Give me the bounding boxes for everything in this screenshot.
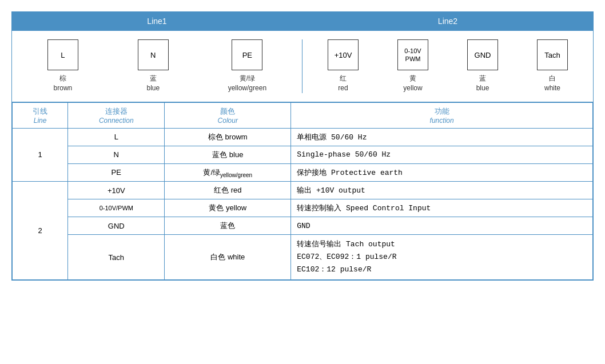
connector-label-GND: 蓝blue xyxy=(476,74,489,93)
func-PE-cell: 保护接地 Protective earth xyxy=(291,163,593,182)
table-row: PE 黄/绿yellow/green 保护接地 Protective earth xyxy=(13,163,593,182)
th-colour-zh: 颜色 xyxy=(170,106,285,117)
connector-box-GND: GND xyxy=(467,39,498,70)
connector-box-N: N xyxy=(138,39,169,70)
connector-box-Tach: Tach xyxy=(537,39,568,70)
table-header-row: 引线 Line 连接器 Connection 颜色 Colour 功能 func… xyxy=(13,102,593,128)
func-N-cell: Single-phase 50/60 Hz xyxy=(291,146,593,163)
colour-PE-cell: 黄/绿yellow/green xyxy=(165,163,291,182)
conn-GND-cell: GND xyxy=(68,217,165,235)
conn-PWM-cell: 0-10V/PWM xyxy=(68,199,165,217)
table-row: N 蓝色 blue Single-phase 50/60 Hz xyxy=(13,146,593,163)
table-row: Tach 白色 white 转速信号输出 Tach output EC072、E… xyxy=(13,235,593,280)
func-Tach-cell: 转速信号输出 Tach output EC072、EC092：1 pulse/R… xyxy=(291,235,593,280)
data-table: 引线 Line 连接器 Connection 颜色 Colour 功能 func… xyxy=(12,102,593,281)
main-container: Line1 Line2 L 棕brown N 蓝blue PE 黄/绿yello… xyxy=(11,11,594,281)
diagram-row: L 棕brown N 蓝blue PE 黄/绿yellow/green +10V… xyxy=(12,31,593,102)
header-row: Line1 Line2 xyxy=(12,12,593,31)
conn-L-cell: L xyxy=(68,128,165,146)
diagram-line2: +10V 红red 0-10VPWM 黄yellow GND 蓝blue Tac… xyxy=(302,39,587,93)
connector-L: L 棕brown xyxy=(47,39,78,93)
th-line-zh: 引线 xyxy=(18,106,62,117)
th-conn-en: Connection xyxy=(74,117,158,125)
colour-N-cell: 蓝色 blue xyxy=(165,146,291,163)
colour-GND-cell: 蓝色 xyxy=(165,217,291,235)
th-func-en: function xyxy=(297,117,587,125)
connector-label-10V: 红red xyxy=(338,74,348,93)
th-colour-en: Colour xyxy=(170,117,285,125)
colour-L-cell: 棕色 browm xyxy=(165,128,291,146)
connector-box-PE: PE xyxy=(232,39,262,70)
colour-Tach-cell: 白色 white xyxy=(165,235,291,280)
connector-10V: +10V 红red xyxy=(328,39,359,93)
func-10V-cell: 输出 +10V output xyxy=(291,182,593,199)
connector-Tach: Tach 白white xyxy=(537,39,568,93)
th-func-zh: 功能 xyxy=(297,106,587,117)
th-colour: 颜色 Colour xyxy=(165,102,291,128)
connector-box-L: L xyxy=(47,39,78,70)
table-row: 0-10V/PWM 黄色 yellow 转速控制输入 Speed Control… xyxy=(13,199,593,217)
colour-PWM-cell: 黄色 yellow xyxy=(165,199,291,217)
connector-label-N: 蓝blue xyxy=(146,74,160,93)
connector-box-PWM: 0-10VPWM xyxy=(397,39,428,70)
table-body: 1 L 棕色 browm 单相电源 50/60 Hz N 蓝色 blue Sin… xyxy=(13,128,593,280)
connector-PE: PE 黄/绿yellow/green xyxy=(228,39,266,93)
conn-N-cell: N xyxy=(68,146,165,163)
connector-label-Tach: 白white xyxy=(544,74,560,93)
connector-N: N 蓝blue xyxy=(138,39,169,93)
line-2-cell: 2 xyxy=(13,182,68,280)
colour-10V-cell: 红色 red xyxy=(165,182,291,199)
conn-PE-cell: PE xyxy=(68,163,165,182)
table-row: 1 L 棕色 browm 单相电源 50/60 Hz xyxy=(13,128,593,146)
header-line1: Line1 xyxy=(12,12,302,30)
connector-box-10V: +10V xyxy=(328,39,359,70)
connector-GND: GND 蓝blue xyxy=(467,39,498,93)
th-line-en: Line xyxy=(18,117,62,125)
conn-Tach-cell: Tach xyxy=(68,235,165,280)
connector-PWM: 0-10VPWM 黄yellow xyxy=(397,39,428,93)
connector-label-PWM: 黄yellow xyxy=(403,74,422,93)
func-L-cell: 单相电源 50/60 Hz xyxy=(291,128,593,146)
line-1-cell: 1 xyxy=(13,128,68,182)
header-line2: Line2 xyxy=(302,12,593,30)
table-wrapper: 引线 Line 连接器 Connection 颜色 Colour 功能 func… xyxy=(12,102,593,281)
diagram-line1: L 棕brown N 蓝blue PE 黄/绿yellow/green xyxy=(18,39,302,93)
table-row: 2 +10V 红色 red 输出 +10V output xyxy=(13,182,593,199)
connector-label-L: 棕brown xyxy=(54,74,73,93)
th-connection: 连接器 Connection xyxy=(68,102,165,128)
th-line: 引线 Line xyxy=(13,102,68,128)
th-function: 功能 function xyxy=(291,102,593,128)
th-conn-zh: 连接器 xyxy=(74,106,158,117)
func-PWM-cell: 转速控制输入 Speed Control Input xyxy=(291,199,593,217)
func-GND-cell: GND xyxy=(291,217,593,235)
table-row: GND 蓝色 GND xyxy=(13,217,593,235)
conn-10V-cell: +10V xyxy=(68,182,165,199)
connector-label-PE: 黄/绿yellow/green xyxy=(228,74,266,93)
